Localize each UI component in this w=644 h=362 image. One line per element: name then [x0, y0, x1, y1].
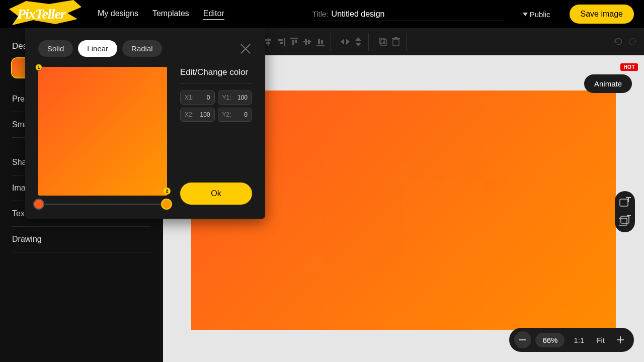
- zoom-out-button[interactable]: [514, 331, 531, 348]
- add-page-icon[interactable]: [619, 215, 631, 226]
- svg-rect-13: [278, 39, 283, 41]
- svg-rect-22: [318, 39, 320, 44]
- svg-rect-9: [268, 38, 269, 46]
- align-right-icon[interactable]: [276, 37, 286, 47]
- svg-rect-21: [316, 45, 325, 46]
- stop-marker-2: 2: [164, 188, 171, 195]
- duplicate-icon[interactable]: [378, 37, 388, 47]
- zoom-bar: 66% 1:1 Fit: [509, 328, 634, 352]
- coord-x2[interactable]: X2:100: [180, 108, 215, 122]
- svg-rect-14: [280, 42, 283, 44]
- zoom-ratio[interactable]: 1:1: [569, 336, 589, 344]
- svg-rect-28: [393, 39, 399, 46]
- close-icon[interactable]: [239, 42, 252, 55]
- svg-rect-33: [628, 197, 629, 202]
- svg-rect-37: [628, 215, 629, 219]
- popover-title: Edit/Change color: [180, 67, 252, 83]
- redo-icon[interactable]: [628, 37, 638, 47]
- caret-down-icon: [523, 12, 528, 17]
- zoom-percent[interactable]: 66%: [535, 333, 565, 347]
- trash-icon[interactable]: [391, 37, 401, 47]
- svg-rect-29: [392, 38, 400, 39]
- popover-tabs: Solid Linear Radial: [38, 40, 252, 57]
- svg-rect-35: [621, 216, 629, 223]
- svg-rect-11: [266, 42, 270, 44]
- align-bottom-icon[interactable]: [315, 37, 326, 47]
- svg-rect-16: [292, 40, 294, 45]
- logo-text: PixTeller: [17, 6, 65, 22]
- nav-templates[interactable]: Templates: [152, 9, 189, 20]
- coord-x1[interactable]: X1:0: [180, 90, 215, 105]
- tab-linear[interactable]: Linear: [78, 40, 117, 57]
- tab-solid[interactable]: Solid: [38, 40, 73, 57]
- flip-v-icon[interactable]: [353, 37, 363, 47]
- svg-rect-20: [308, 40, 310, 44]
- gradient-controls: Edit/Change color X1:0 Y1:100 X2:100 Y2:…: [180, 67, 252, 205]
- save-image-button[interactable]: Save image: [570, 5, 634, 24]
- nav-my-designs[interactable]: My designs: [98, 9, 138, 20]
- svg-rect-12: [284, 38, 285, 46]
- svg-rect-30: [394, 37, 397, 38]
- svg-rect-27: [383, 41, 384, 43]
- hot-badge: HOT: [620, 63, 638, 71]
- tab-radial[interactable]: Radial: [122, 40, 162, 57]
- coord-y2[interactable]: Y2:0: [218, 108, 253, 122]
- nav-editor[interactable]: Editor: [203, 9, 224, 20]
- gradient-preview-column: 1 2: [38, 67, 167, 205]
- history-controls: [613, 37, 638, 47]
- visibility-label: Public: [530, 10, 550, 19]
- svg-rect-40: [620, 336, 621, 343]
- svg-rect-15: [290, 38, 298, 39]
- title-area: Title:: [312, 8, 504, 21]
- visibility-toggle[interactable]: Public: [523, 10, 550, 19]
- svg-rect-38: [519, 339, 526, 340]
- svg-rect-23: [321, 40, 323, 44]
- svg-rect-19: [305, 39, 307, 45]
- nav-links: My designs Templates Editor: [98, 9, 224, 20]
- ok-button[interactable]: Ok: [180, 183, 252, 205]
- zoom-in-button[interactable]: [612, 331, 629, 348]
- title-label: Title:: [312, 10, 329, 18]
- undo-icon[interactable]: [613, 37, 623, 47]
- svg-rect-17: [295, 40, 297, 43]
- gradient-preview[interactable]: 1: [38, 67, 167, 196]
- add-layer-icon[interactable]: [619, 197, 631, 208]
- right-tools: [615, 191, 635, 232]
- svg-rect-34: [619, 218, 627, 225]
- gradient-stop-track[interactable]: 2: [38, 204, 167, 205]
- top-bar: PixTeller My designs Templates Editor Ti…: [0, 0, 644, 28]
- gradient-popover: Solid Linear Radial 1 2 Edit/Change colo…: [25, 28, 265, 219]
- sidebar-item-drawing[interactable]: Drawing: [12, 227, 151, 252]
- animate-button[interactable]: Animate: [584, 74, 632, 93]
- svg-rect-31: [620, 199, 628, 206]
- stop-handle-1[interactable]: [33, 199, 44, 210]
- svg-rect-10: [265, 39, 271, 41]
- flip-h-icon[interactable]: [340, 37, 350, 47]
- animate-label: Animate: [594, 79, 622, 88]
- align-center-v-icon[interactable]: [302, 37, 312, 47]
- zoom-fit[interactable]: Fit: [591, 336, 610, 344]
- stop-handle-2[interactable]: 2: [161, 199, 172, 210]
- coord-y1[interactable]: Y1:100: [218, 90, 253, 105]
- logo[interactable]: PixTeller: [10, 4, 80, 24]
- align-top-icon[interactable]: [289, 37, 299, 47]
- svg-rect-18: [303, 41, 311, 42]
- stop-marker-1[interactable]: 1: [35, 64, 42, 71]
- title-input[interactable]: [332, 10, 504, 19]
